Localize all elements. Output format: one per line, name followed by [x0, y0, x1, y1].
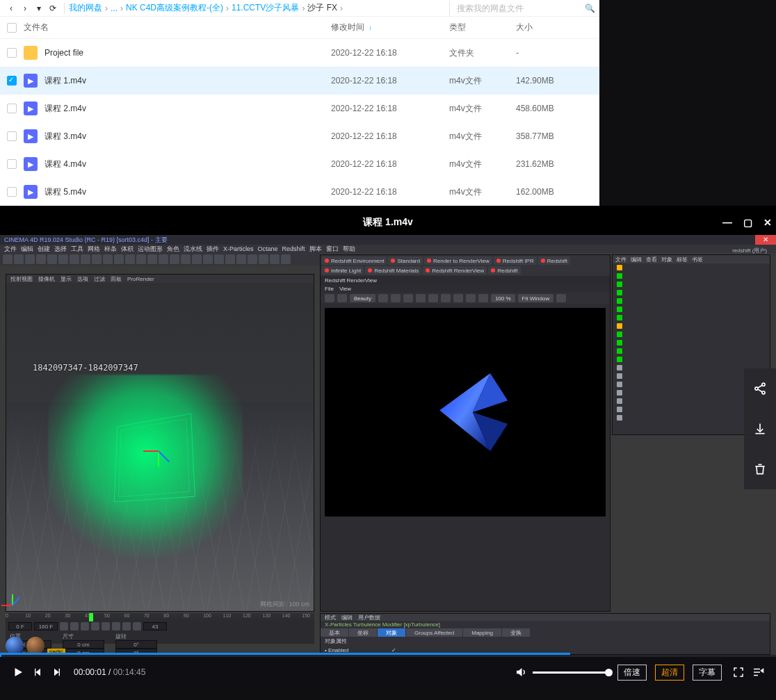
- rendered-shape: [422, 364, 519, 461]
- c4d-close-icon: ✕: [755, 235, 776, 245]
- file-name: Project file: [45, 48, 83, 58]
- timeline-panel: 0102030435060708090100110120130140150 0 …: [6, 613, 314, 644]
- table-row[interactable]: ▶课程 1.m4v2020-12-22 16:18m4v文件142.90MB: [0, 67, 599, 95]
- search-icon[interactable]: 🔍: [585, 3, 595, 13]
- minimize-button[interactable]: —: [722, 217, 732, 228]
- crumb-ellipsis[interactable]: ...: [111, 3, 118, 13]
- download-button[interactable]: [744, 409, 776, 449]
- file-size: 142.90MB: [516, 76, 599, 86]
- render-output: [325, 308, 606, 516]
- file-type: m4v文件: [449, 103, 516, 115]
- fit-window: Fit Window: [518, 294, 554, 302]
- folder-icon: [24, 46, 38, 60]
- node-title: X-Particles Turbulence Modifier [xpTurbu…: [321, 621, 770, 628]
- progress-bar[interactable]: [0, 655, 776, 657]
- file-mod: 2020-12-22 16:18: [331, 159, 449, 169]
- file-mod: 2020-12-22 16:18: [331, 76, 449, 86]
- crumb-root[interactable]: 我的网盘: [69, 2, 102, 14]
- dropdown-history-button[interactable]: ▾: [32, 1, 46, 15]
- subtitle-button[interactable]: 字幕: [693, 665, 722, 681]
- crumb-2[interactable]: 11.CCTV沙子风暴: [232, 2, 299, 14]
- play-button[interactable]: [8, 662, 28, 682]
- file-type: m4v文件: [449, 186, 516, 198]
- back-button[interactable]: ‹: [4, 1, 18, 15]
- delete-button[interactable]: [744, 449, 776, 489]
- file-mod: 2020-12-22 16:18: [331, 48, 449, 58]
- file-mod: 2020-12-22 16:18: [331, 104, 449, 113]
- player-controls: 00:00:01 / 00:14:45 倍速 超清 字幕: [0, 657, 776, 687]
- video-player: 课程 1.m4v — ▢ ✕ CINEMA 4D R19.024 Studio …: [0, 210, 776, 687]
- col-type[interactable]: 类型: [449, 22, 516, 33]
- prev-button[interactable]: [28, 662, 47, 682]
- col-modified[interactable]: 修改时间↓: [331, 22, 449, 33]
- crumb-1[interactable]: NK C4D高级案例教程-(全): [126, 2, 223, 14]
- c4d-viewport: 投射视图摄像机显示选项过滤面板ProRender 1842097347-1842…: [6, 274, 314, 612]
- c4d-menubar: 文件编辑创建选择工具网格样条体积运动图形角色流水线插件X-ParticlesOc…: [0, 245, 776, 253]
- video-titlebar: 课程 1.m4v — ▢ ✕: [0, 210, 776, 235]
- table-row[interactable]: ▶课程 2.m4v2020-12-22 16:18m4v文件458.60MB: [0, 95, 599, 122]
- video-icon: ▶: [24, 185, 38, 199]
- side-action-bar: [744, 368, 776, 489]
- row-checkbox[interactable]: [7, 104, 17, 113]
- render-panel: Redshift EnvironmentStandardRender to Re…: [320, 254, 611, 612]
- forward-button[interactable]: ›: [18, 1, 32, 15]
- table-header: 文件名 修改时间↓ 类型 大小: [0, 17, 599, 39]
- volume-control[interactable]: [515, 666, 609, 678]
- file-mod: 2020-12-22 16:18: [331, 131, 449, 141]
- search-input[interactable]: [457, 3, 585, 13]
- c4d-toolbar: [0, 253, 320, 266]
- file-size: 358.77MB: [516, 131, 599, 141]
- row-checkbox[interactable]: [7, 159, 17, 169]
- next-button[interactable]: [47, 662, 67, 682]
- select-all-checkbox[interactable]: [7, 23, 17, 33]
- video-icon: ▶: [24, 101, 38, 115]
- sort-desc-icon: ↓: [369, 24, 372, 31]
- file-size: 231.62MB: [516, 159, 599, 169]
- breadcrumb: 我的网盘› ...› NK C4D高级案例教程-(全)› 11.CCTV沙子风暴…: [69, 2, 449, 14]
- table-row[interactable]: ▶课程 3.m4v2020-12-22 16:18m4v文件358.77MB: [0, 122, 599, 150]
- row-checkbox[interactable]: [7, 187, 17, 197]
- maximize-button[interactable]: ▢: [743, 217, 752, 228]
- section-label: 对象属性: [321, 637, 770, 646]
- quality-button[interactable]: 超清: [655, 665, 684, 681]
- transform-gizmo: [151, 444, 165, 458]
- video-icon: ▶: [24, 129, 38, 143]
- close-button[interactable]: ✕: [763, 217, 772, 228]
- table-row[interactable]: Project file2020-12-22 16:18文件夹-: [0, 39, 599, 67]
- col-name[interactable]: 文件名: [24, 22, 331, 33]
- video-icon: ▶: [24, 157, 38, 171]
- file-name: 课程 2.m4v: [45, 103, 86, 115]
- toolbar: ‹ › ▾ ⟳ 我的网盘› ...› NK C4D高级案例教程-(全)› 11.…: [0, 0, 599, 17]
- table-row[interactable]: ▶课程 5.m4v2020-12-22 16:18m4v文件162.00MB: [0, 178, 599, 206]
- watermark-text: 1842097347-1842097347: [33, 364, 138, 372]
- speed-button[interactable]: 倍速: [617, 665, 647, 681]
- frame-current: 43: [143, 622, 167, 630]
- svg-marker-0: [439, 373, 490, 451]
- file-mod: 2020-12-22 16:18: [331, 187, 449, 197]
- table-row[interactable]: ▶课程 4.m4v2020-12-22 16:18m4v文件231.62MB: [0, 150, 599, 178]
- col-size[interactable]: 大小: [516, 22, 599, 33]
- row-checkbox[interactable]: [7, 131, 17, 141]
- search-box: 🔍: [449, 1, 595, 15]
- refresh-button[interactable]: ⟳: [46, 1, 60, 15]
- fullscreen-button[interactable]: [729, 662, 748, 682]
- row-checkbox[interactable]: [7, 48, 17, 58]
- file-size: -: [516, 48, 599, 58]
- playlist-button[interactable]: [748, 662, 768, 682]
- frame-start: 0 F: [8, 622, 32, 630]
- file-name: 课程 4.m4v: [45, 158, 86, 170]
- file-name: 课程 1.m4v: [45, 75, 86, 87]
- time-display: 00:00:01 / 00:14:45: [74, 667, 145, 677]
- row-checkbox[interactable]: [7, 76, 17, 86]
- file-name: 课程 3.m4v: [45, 131, 86, 143]
- axis-icon: [12, 590, 27, 605]
- volume-slider[interactable]: [533, 671, 609, 674]
- crumb-3[interactable]: 沙子 FX: [307, 2, 337, 14]
- grid-info: 网格间距: 100 cm: [260, 600, 309, 609]
- zoom-value: 100 %: [491, 294, 515, 302]
- share-button[interactable]: [744, 368, 776, 409]
- volume-icon: [515, 666, 527, 678]
- frame-end: 160 F: [34, 622, 58, 630]
- c4d-window-title: CINEMA 4D R19.024 Studio (RC - R19) [sor…: [0, 235, 776, 245]
- video-title: 课程 1.m4v: [363, 216, 413, 229]
